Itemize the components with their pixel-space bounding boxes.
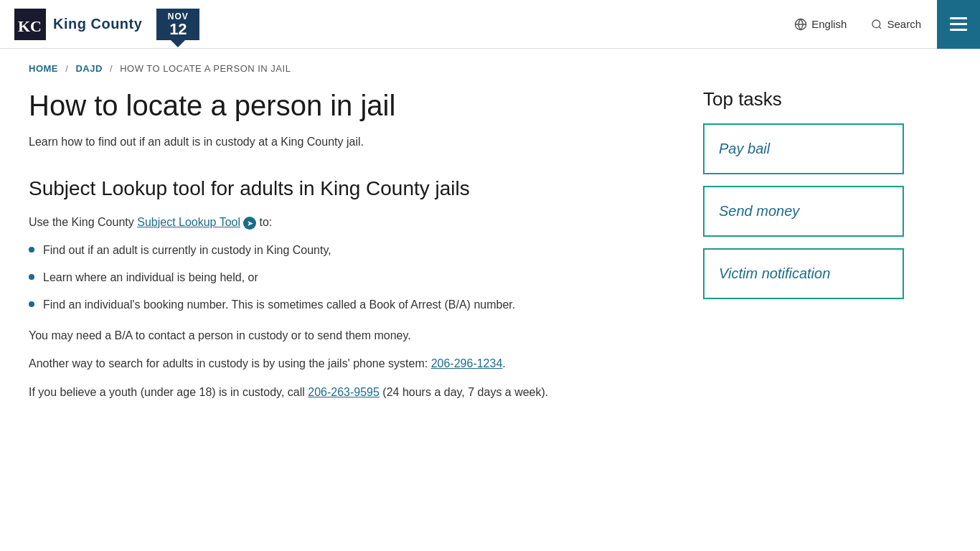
- sidebar: Top tasks Pay bail Send money Victim not…: [703, 88, 904, 411]
- intro-paragraph: Use the King County Subject Lookup Tool➤…: [29, 213, 674, 232]
- bullet-dot: [29, 274, 34, 280]
- bullet-list: Find out if an adult is currently in cus…: [29, 242, 674, 314]
- task-label-pay-bail: Pay bail: [719, 141, 770, 156]
- svg-text:KC: KC: [18, 17, 42, 35]
- para2-prefix: Another way to search for adults in cust…: [29, 357, 431, 369]
- external-link-icon: ➤: [243, 217, 256, 230]
- breadcrumb-sep-1: /: [65, 63, 68, 74]
- king-county-logo-icon: KC: [14, 9, 46, 40]
- bullet-dot: [29, 301, 34, 307]
- breadcrumb-dajd[interactable]: DAJD: [75, 63, 102, 74]
- svg-line-5: [880, 27, 882, 29]
- para2: Another way to search for adults in cust…: [29, 354, 674, 373]
- language-button[interactable]: English: [786, 14, 855, 35]
- para3-suffix: (24 hours a day, 7 days a week).: [380, 386, 548, 398]
- section-title: Subject Lookup tool for adults in King C…: [29, 177, 674, 200]
- phone2-link[interactable]: 206-263-9595: [308, 386, 380, 398]
- breadcrumb-home[interactable]: HOME: [29, 63, 58, 74]
- header-left: KC King County NOV 12: [14, 9, 199, 40]
- page-title: How to locate a person in jail: [29, 88, 674, 123]
- para3-prefix: If you believe a youth (under age 18) is…: [29, 386, 308, 398]
- svg-point-4: [872, 20, 880, 28]
- hamburger-line-3: [950, 29, 967, 31]
- bullet-text-3: Find an individual's booking number. Thi…: [43, 296, 515, 314]
- breadcrumb-current: HOW TO LOCATE A PERSON IN JAIL: [120, 63, 291, 74]
- task-label-victim-notification: Victim notification: [719, 265, 830, 281]
- content-area: How to locate a person in jail Learn how…: [29, 88, 674, 411]
- list-item: Find out if an adult is currently in cus…: [29, 242, 674, 259]
- list-item: Find an individual's booking number. Thi…: [29, 296, 674, 314]
- site-header: KC King County NOV 12 English Search: [0, 0, 980, 49]
- search-icon: [871, 19, 882, 30]
- para2-suffix: .: [502, 357, 505, 369]
- intro-text-prefix: Use the King County: [29, 216, 137, 228]
- search-label: Search: [887, 18, 921, 30]
- task-card-pay-bail[interactable]: Pay bail: [703, 123, 904, 174]
- bullet-dot: [29, 247, 34, 253]
- breadcrumb: HOME / DAJD / HOW TO LOCATE A PERSON IN …: [0, 49, 980, 81]
- task-card-victim-notification[interactable]: Victim notification: [703, 248, 904, 299]
- list-item: Learn where an individual is being held,…: [29, 269, 674, 286]
- phone1-link[interactable]: 206-296-1234: [431, 357, 503, 369]
- date-day: 12: [166, 22, 189, 37]
- bullet-text-1: Find out if an adult is currently in cus…: [43, 242, 331, 259]
- page-subtitle: Learn how to find out if an adult is in …: [29, 136, 674, 149]
- hamburger-line-1: [950, 17, 967, 19]
- main-container: How to locate a person in jail Learn how…: [0, 81, 933, 440]
- hamburger-line-2: [950, 23, 967, 25]
- task-card-send-money[interactable]: Send money: [703, 186, 904, 237]
- task-label-send-money: Send money: [719, 203, 799, 219]
- top-tasks-title: Top tasks: [703, 88, 904, 110]
- breadcrumb-sep-2: /: [110, 63, 113, 74]
- search-button[interactable]: Search: [862, 14, 930, 34]
- hamburger-menu-button[interactable]: [937, 0, 980, 49]
- header-right: English Search: [786, 0, 966, 49]
- logo-area: KC King County: [14, 9, 142, 40]
- globe-icon: [794, 18, 807, 31]
- intro-text-suffix: to:: [256, 216, 272, 228]
- language-label: English: [811, 18, 847, 30]
- logo-text: King County: [53, 16, 142, 32]
- para1: You may need a B/A to contact a person i…: [29, 326, 674, 345]
- date-badge: NOV 12: [156, 9, 199, 40]
- bullet-text-2: Learn where an individual is being held,…: [43, 269, 258, 286]
- para3: If you believe a youth (under age 18) is…: [29, 383, 674, 402]
- subject-lookup-link[interactable]: Subject Lookup Tool: [137, 216, 240, 228]
